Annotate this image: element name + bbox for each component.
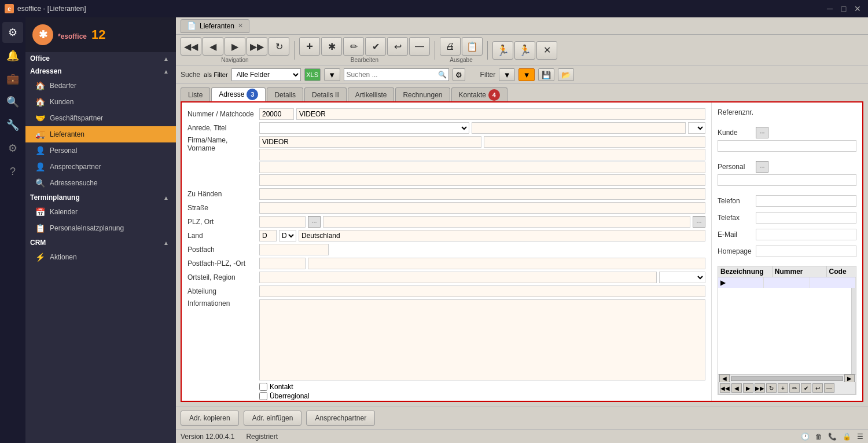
sidebar-item-kalender[interactable]: 📅 Kalender <box>25 204 176 220</box>
tbl-new-button[interactable]: + <box>778 383 788 393</box>
export-button[interactable]: 📋 <box>462 37 483 56</box>
minimize-button[interactable]: ─ <box>824 3 836 14</box>
edit-edit-button[interactable]: ✏ <box>343 37 364 56</box>
postfach-input[interactable] <box>259 244 329 255</box>
telefax-input[interactable] <box>756 212 856 224</box>
tab-kontakte[interactable]: Kontakte 4 <box>451 87 507 101</box>
edit-delete-button[interactable]: — <box>409 37 430 56</box>
ansprechpartner-button[interactable]: Ansprechpartner <box>306 411 375 426</box>
nav-icon-tools[interactable]: 🔧 <box>2 115 23 136</box>
sidebar-item-geschaeftspartner[interactable]: 🤝 Geschäftspartner <box>25 110 176 126</box>
search-settings-button[interactable]: ⚙ <box>453 68 465 81</box>
firma-line4-input[interactable] <box>259 174 705 186</box>
tbl-refresh-button[interactable]: ↻ <box>766 383 777 393</box>
tab-details2[interactable]: Details II <box>304 87 347 101</box>
edit-copy-button[interactable]: ✱ <box>321 37 342 56</box>
telefon-input[interactable] <box>756 195 856 207</box>
postfach-plz-input[interactable] <box>259 258 306 269</box>
land-code-input[interactable] <box>259 230 277 241</box>
email-input[interactable] <box>756 229 856 240</box>
tab-liste[interactable]: Liste <box>181 87 210 101</box>
tbl-last-button[interactable]: ▶▶ <box>755 383 765 393</box>
maximize-button[interactable]: □ <box>838 3 849 14</box>
kunde-lookup-button[interactable]: ··· <box>756 127 768 138</box>
region-select[interactable] <box>659 272 705 283</box>
tbl-cancel-button[interactable]: ↩ <box>812 383 823 393</box>
search-input[interactable] <box>344 69 437 80</box>
sidebar-item-personal[interactable]: 👤 Personal <box>25 142 176 159</box>
homepage-input[interactable] <box>756 246 856 257</box>
sidebar-adressen-header[interactable]: Adressen ▲ <box>25 65 176 78</box>
action2-button[interactable]: 🏃 <box>514 41 535 60</box>
tab-rechnungen[interactable]: Rechnungen <box>395 87 450 101</box>
tbl-next-button[interactable]: ▶ <box>743 383 753 393</box>
nav-icon-search[interactable]: 🔍 <box>2 91 23 112</box>
nav-prev-button[interactable]: ◀ <box>203 37 223 56</box>
edit-new-button[interactable]: + <box>299 37 320 56</box>
tab-details[interactable]: Details <box>267 87 303 101</box>
filter-funnel-button[interactable]: ▼ <box>499 68 515 81</box>
filter-active-button[interactable]: ▼ <box>518 68 535 81</box>
sidebar-item-adressensuche[interactable]: 🔍 Adressensuche <box>25 175 176 191</box>
matchcode-input[interactable] <box>296 108 705 120</box>
land-name-input[interactable] <box>299 230 705 241</box>
tbl-save-button[interactable]: ✔ <box>801 383 811 393</box>
firma-name-input[interactable] <box>259 136 481 148</box>
strasse-input[interactable] <box>259 202 705 214</box>
kunde-input[interactable] <box>718 140 856 152</box>
close-action-button[interactable]: ✕ <box>536 41 557 60</box>
plz-input[interactable] <box>259 216 306 228</box>
abteilung-input[interactable] <box>259 285 705 297</box>
search-field-select[interactable]: Alle Felder <box>231 68 301 81</box>
nav-icon-gear[interactable]: ⚙ <box>2 22 23 43</box>
personal-input[interactable] <box>718 174 856 186</box>
informationen-textarea[interactable] <box>259 299 705 380</box>
table-row-arrow[interactable]: ▶ <box>718 277 856 288</box>
plz-lookup-button[interactable]: ··· <box>308 216 321 228</box>
table-scrollbar[interactable] <box>851 288 856 374</box>
personal-lookup-button[interactable]: ··· <box>756 161 768 173</box>
nav-icon-bell[interactable]: 🔔 <box>2 45 23 66</box>
titel-select[interactable] <box>688 122 705 134</box>
nav-icon-briefcase[interactable]: 💼 <box>2 68 23 89</box>
firma-line2-input[interactable] <box>259 149 705 160</box>
sidebar-office-header[interactable]: Office ▲ <box>25 52 176 65</box>
sidebar-crm-header[interactable]: CRM ▲ <box>25 236 176 249</box>
zuhaenden-input[interactable] <box>259 188 705 200</box>
search-go-button[interactable]: 🔍 <box>437 69 448 80</box>
anrede-select[interactable] <box>259 122 469 134</box>
print-button[interactable]: 🖨 <box>440 37 461 56</box>
search-dropdown-button[interactable]: ▼ <box>324 68 340 81</box>
tab-adresse[interactable]: Adresse 3 <box>211 87 266 101</box>
filter-save-button[interactable]: 💾 <box>538 68 554 81</box>
nav-last-button[interactable]: ▶▶ <box>247 37 267 56</box>
titel-input[interactable] <box>472 122 686 134</box>
tbl-first-button[interactable]: ◀◀ <box>720 383 730 393</box>
land-select[interactable]: D <box>279 230 296 241</box>
ort-lookup-button[interactable]: ··· <box>693 216 705 228</box>
sidebar-item-ansprechpartner[interactable]: 👤 Ansprechpartner <box>25 159 176 175</box>
nav-icon-help[interactable]: ? <box>2 161 23 182</box>
edit-save-button[interactable]: ✔ <box>365 37 386 56</box>
tab-close-icon[interactable]: ✕ <box>238 22 243 30</box>
tbl-prev-button[interactable]: ◀ <box>731 383 742 393</box>
close-button[interactable]: ✕ <box>852 3 863 14</box>
hscroll-thumb[interactable] <box>731 376 843 381</box>
nav-refresh-button[interactable]: ↻ <box>269 37 289 56</box>
sidebar-item-personaleinsatz[interactable]: 📋 Personaleinsatzplanung <box>25 220 176 236</box>
edit-reset-button[interactable]: ↩ <box>387 37 408 56</box>
ort-input[interactable] <box>323 216 690 228</box>
nav-first-button[interactable]: ◀◀ <box>181 37 201 56</box>
firma-vorname-input[interactable] <box>484 136 706 148</box>
kontakt-checkbox[interactable] <box>259 383 267 391</box>
sidebar-item-bedarfer[interactable]: 🏠 Bedarfer <box>25 78 176 94</box>
nav-next-button[interactable]: ▶ <box>225 37 245 56</box>
nummer-input[interactable] <box>259 108 294 120</box>
sidebar-item-kunden[interactable]: 🏠 Kunden <box>25 94 176 110</box>
sidebar-terminplanung-header[interactable]: Terminplanung ▲ <box>25 191 176 204</box>
tab-artikelliste[interactable]: Artikelliste <box>348 87 395 101</box>
postfach-ort-input[interactable] <box>308 258 705 269</box>
filter-load-button[interactable]: 📂 <box>558 68 574 81</box>
doc-tab-lieferanten[interactable]: 📄 Lieferanten ✕ <box>181 19 249 33</box>
firma-line3-input[interactable] <box>259 162 705 173</box>
